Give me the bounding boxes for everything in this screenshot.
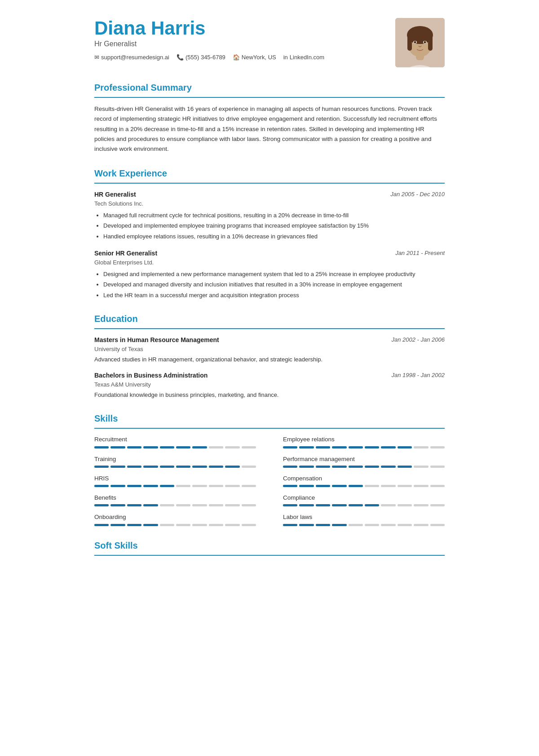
skill-segment: [316, 446, 330, 448]
skill-segment: [414, 446, 428, 448]
skill-segment: [381, 504, 395, 506]
job-1-dates: Jan 2005 - Dec 2010: [390, 190, 445, 199]
skill-segment: [381, 446, 395, 448]
skill-item-7: Compliance: [283, 493, 445, 506]
skill-item-8: Onboarding: [94, 513, 256, 526]
skill-segment: [349, 485, 363, 487]
skill-segment: [94, 446, 109, 448]
edu-1-degree: Masters in Human Resource Management: [94, 335, 219, 345]
location-icon: 🏠: [233, 53, 240, 62]
edu-2-school: Texas A&M University: [94, 380, 445, 389]
skill-segment: [332, 524, 346, 526]
skill-name-9: Labor laws: [283, 513, 445, 522]
skill-bar-6: [94, 504, 256, 506]
skill-segment: [160, 466, 174, 468]
skill-segment: [332, 504, 346, 506]
skill-segment: [398, 524, 412, 526]
education-title: Education: [94, 312, 445, 325]
job-2-header: Senior HR Generalist Global Enterprises …: [94, 249, 445, 270]
job-1-bullet-3: Handled employee relations issues, resul…: [103, 232, 445, 241]
edu-1-desc: Advanced studies in HR management, organ…: [94, 355, 445, 364]
job-2-company: Global Enterprises Ltd.: [94, 258, 157, 267]
skill-segment: [242, 504, 256, 506]
skill-segment: [299, 485, 314, 487]
skill-bar-3: [283, 466, 445, 468]
skill-segment: [110, 504, 125, 506]
skill-segment: [192, 504, 207, 506]
skill-segment: [143, 485, 158, 487]
edu-1: Masters in Human Resource Management Jan…: [94, 335, 445, 364]
skill-segment: [430, 466, 445, 468]
edu-2-desc: Foundational knowledge in business princ…: [94, 391, 445, 400]
skill-segment: [209, 446, 223, 448]
skill-segment: [127, 504, 141, 506]
candidate-name: Diana Harris: [94, 18, 386, 39]
skill-segment: [349, 466, 363, 468]
experience-divider: [94, 183, 445, 184]
skill-name-5: Compensation: [283, 474, 445, 483]
skill-segment: [209, 524, 223, 526]
skill-segment: [349, 446, 363, 448]
skill-segment: [299, 446, 314, 448]
skill-name-6: Benefits: [94, 493, 256, 502]
skill-segment: [299, 504, 314, 506]
skill-segment: [176, 524, 190, 526]
skill-segment: [110, 524, 125, 526]
edu-1-dates: Jan 2002 - Jan 2006: [391, 335, 445, 344]
job-1: HR Generalist Tech Solutions Inc. Jan 20…: [94, 190, 445, 241]
skill-segment: [94, 504, 109, 506]
skill-segment: [299, 466, 314, 468]
skill-segment: [160, 485, 174, 487]
education-section: Education Masters in Human Resource Mana…: [94, 312, 445, 399]
skill-segment: [242, 524, 256, 526]
edu-2-degree: Bachelors in Business Administration: [94, 371, 208, 380]
skill-segment: [242, 466, 256, 468]
skill-bar-2: [94, 466, 256, 468]
skill-segment: [381, 524, 395, 526]
skill-item-4: HRIS: [94, 474, 256, 487]
skill-segment: [94, 524, 109, 526]
skill-segment: [94, 466, 109, 468]
education-divider: [94, 328, 445, 329]
skill-segment: [209, 466, 223, 468]
skill-segment: [127, 485, 141, 487]
job-1-bullet-2: Developed and implemented employee train…: [103, 221, 445, 230]
skill-segment: [225, 485, 239, 487]
skill-bar-5: [283, 485, 445, 487]
linkedin-icon: in: [283, 53, 288, 62]
job-1-header: HR Generalist Tech Solutions Inc. Jan 20…: [94, 190, 445, 211]
skill-segment: [192, 446, 207, 448]
experience-title: Work Experience: [94, 167, 445, 180]
skill-segment: [430, 524, 445, 526]
skill-segment: [192, 466, 207, 468]
skill-segment: [143, 504, 158, 506]
skill-segment: [414, 485, 428, 487]
skill-name-2: Training: [94, 455, 256, 464]
edu-2: Bachelors in Business Administration Jan…: [94, 371, 445, 399]
skill-bar-9: [283, 524, 445, 526]
skill-segment: [332, 485, 346, 487]
skill-segment: [332, 446, 346, 448]
skill-segment: [127, 446, 141, 448]
skill-name-4: HRIS: [94, 474, 256, 483]
skill-segment: [365, 446, 379, 448]
skill-segment: [209, 504, 223, 506]
job-2-bullet-1: Designed and implemented a new performan…: [103, 270, 445, 279]
skill-item-9: Labor laws: [283, 513, 445, 526]
skill-segment: [225, 466, 239, 468]
skill-segment: [414, 504, 428, 506]
skill-segment: [398, 466, 412, 468]
skill-name-8: Onboarding: [94, 513, 256, 522]
skill-segment: [283, 446, 297, 448]
skill-segment: [283, 466, 297, 468]
skill-segment: [414, 524, 428, 526]
skill-segment: [332, 466, 346, 468]
svg-rect-6: [407, 35, 412, 51]
skill-segment: [225, 524, 239, 526]
edu-1-header: Masters in Human Resource Management Jan…: [94, 335, 445, 345]
edu-2-header: Bachelors in Business Administration Jan…: [94, 371, 445, 380]
skill-segment: [110, 485, 125, 487]
svg-point-10: [414, 41, 416, 44]
email-icon: ✉: [94, 53, 99, 62]
summary-title: Professional Summary: [94, 81, 445, 94]
